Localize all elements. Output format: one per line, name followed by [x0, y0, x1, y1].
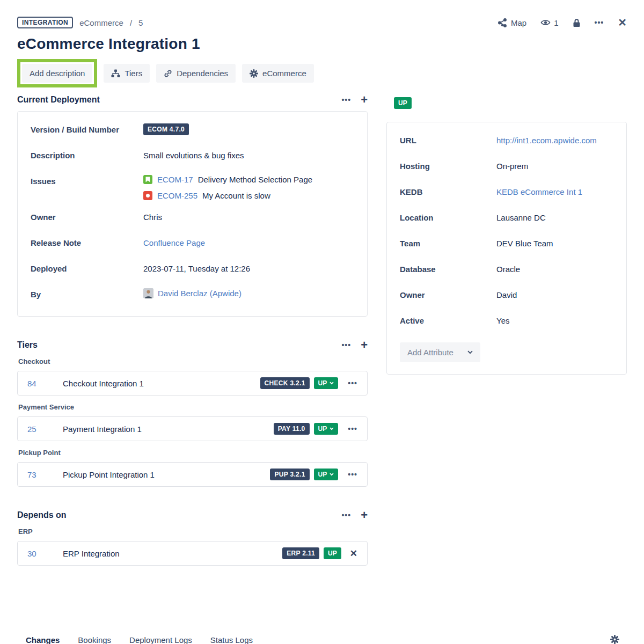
owner-row: Owner Chris	[31, 211, 354, 226]
tabs-settings-gear-icon[interactable]	[610, 635, 619, 644]
tier-status-label: UP	[318, 379, 327, 387]
attribute-row: Database Oracle	[400, 263, 613, 278]
link-icon	[164, 69, 172, 78]
breadcrumb-category[interactable]: eCommerce	[79, 18, 123, 27]
version-row: Version / Build Number ECOM 4.7.0	[31, 123, 354, 138]
dependencies-button[interactable]: Dependencies	[156, 64, 236, 83]
tier-name: Pickup Point Integration 1	[63, 470, 270, 479]
attribute-value: David	[496, 289, 517, 299]
tier-more-icon[interactable]: •••	[348, 425, 357, 433]
attribute-value: Yes	[496, 314, 509, 325]
release-note-label: Release Note	[31, 237, 143, 247]
tiers-add-icon[interactable]: +	[361, 341, 368, 349]
version-label: Version / Build Number	[31, 123, 143, 134]
url-link[interactable]: http://int1.ecom.apwide.com	[496, 134, 597, 145]
attribute-label: Team	[400, 237, 496, 248]
tab-status-logs[interactable]: Status Logs	[210, 634, 253, 644]
dependency-id-link[interactable]: 30	[27, 549, 53, 558]
map-button[interactable]: Map	[497, 18, 526, 27]
attribute-label: URL	[400, 134, 496, 145]
kedb-link[interactable]: KEDB eCommerce Int 1	[496, 186, 582, 196]
tier-row: 73 Pickup Point Integration 1 PUP 3.2.1 …	[17, 462, 368, 487]
attribute-row: Owner David	[400, 289, 613, 304]
issue-key-link[interactable]: ECOM-255	[157, 191, 197, 200]
attribute-label: Owner	[400, 289, 496, 299]
issue-key-link[interactable]: ECOM-17	[157, 175, 193, 184]
add-description-button[interactable]: Add description	[22, 64, 92, 83]
owner-value: Chris	[143, 211, 162, 222]
deployment-add-icon[interactable]: +	[361, 96, 368, 104]
breadcrumb-separator: /	[130, 18, 132, 27]
annotation-highlight: Add description	[17, 59, 97, 87]
tier-name: Payment Integration 1	[63, 425, 274, 434]
lock-button[interactable]	[573, 18, 581, 27]
dependency-category-label: ERP	[18, 528, 368, 536]
close-button[interactable]: ✕	[618, 16, 627, 29]
tier-id-link[interactable]: 25	[27, 425, 53, 434]
more-actions-button[interactable]: •••	[595, 18, 604, 27]
tab-changes[interactable]: Changes	[26, 634, 60, 644]
deployment-more-icon[interactable]: •••	[341, 96, 351, 104]
tiers-more-icon[interactable]: •••	[341, 341, 351, 349]
close-icon: ✕	[618, 16, 627, 29]
add-attribute-select[interactable]: Add Attribute	[400, 342, 480, 362]
description-label: Description	[31, 149, 143, 160]
lock-icon	[573, 18, 581, 27]
attribute-row: Location Lausanne DC	[400, 211, 613, 226]
dependency-row: 30 ERP Integration ERP 2.11 UP ✕	[17, 541, 368, 566]
description-row: Description Small evolutions & bug fixes	[31, 149, 354, 164]
tier-status-badge[interactable]: UP	[314, 423, 339, 435]
tab-deployment-logs[interactable]: Deployment Logs	[129, 634, 192, 644]
issue-item: ECOM-255 My Account is slow	[143, 191, 312, 200]
dependency-name: ERP Integration	[63, 549, 282, 558]
environment-status-label: UP	[398, 99, 407, 107]
tier-id-link[interactable]: 84	[27, 379, 53, 388]
attributes-card: URL http://int1.ecom.apwide.com Hosting …	[386, 122, 627, 375]
tab-bookings[interactable]: Bookings	[78, 634, 111, 644]
issue-item: ECOM-17 Delivery Method Selection Page	[143, 175, 312, 184]
deployed-label: Deployed	[31, 262, 143, 273]
tier-status-label: UP	[318, 425, 327, 433]
deployed-by-link[interactable]: David Berclaz (Apwide)	[158, 289, 241, 298]
attribute-value: On-prem	[496, 160, 528, 171]
tier-status-badge[interactable]: UP	[314, 469, 339, 480]
depends-on-more-icon[interactable]: •••	[341, 511, 351, 519]
remove-dependency-icon[interactable]: ✕	[350, 548, 357, 559]
ecommerce-button-label: eCommerce	[262, 69, 306, 78]
watchers-button[interactable]: 1	[540, 18, 558, 27]
ecommerce-category-button[interactable]: eCommerce	[242, 64, 314, 83]
tiers-button[interactable]: Tiers	[104, 64, 150, 83]
chevron-down-icon	[330, 427, 334, 430]
tier-version-badge[interactable]: PUP 3.2.1	[270, 469, 309, 480]
tier-more-icon[interactable]: •••	[348, 470, 357, 479]
attribute-row: URL http://int1.ecom.apwide.com	[400, 134, 613, 149]
environment-type-badge: INTEGRATION	[17, 17, 73, 28]
tier-status-badge[interactable]: UP	[314, 377, 339, 389]
release-note-row: Release Note Confluence Page	[31, 237, 354, 252]
tier-status-label: UP	[318, 471, 327, 478]
depends-on-add-icon[interactable]: +	[361, 511, 368, 519]
attribute-value: Lausanne DC	[496, 211, 546, 222]
page-title: eCommerce Integration 1	[17, 35, 627, 53]
dependencies-button-label: Dependencies	[177, 69, 228, 78]
attribute-row: Active Yes	[400, 314, 613, 330]
attribute-value: Oracle	[496, 263, 520, 274]
tier-category-label: Pickup Point	[18, 449, 368, 457]
tier-version-badge[interactable]: CHECK 3.2.1	[260, 377, 310, 389]
issue-summary: My Account is slow	[202, 191, 270, 200]
current-deployment-header: Current Deployment ••• +	[17, 95, 368, 105]
release-note-link[interactable]: Confluence Page	[143, 237, 205, 247]
environment-status-badge[interactable]: UP	[394, 97, 412, 109]
chevron-down-icon	[330, 382, 334, 385]
tier-id-link[interactable]: 73	[27, 470, 53, 479]
tier-more-icon[interactable]: •••	[348, 379, 357, 387]
attributes-column: UP URL http://int1.ecom.apwide.com Hosti…	[386, 95, 627, 375]
dependency-version-badge[interactable]: ERP 2.11	[282, 547, 319, 559]
gear-icon	[250, 69, 258, 78]
version-badge[interactable]: ECOM 4.7.0	[143, 123, 189, 135]
deployed-by-label: By	[31, 288, 143, 299]
tier-version-badge[interactable]: PAY 11.0	[274, 423, 310, 435]
depends-on-title: Depends on	[17, 510, 67, 520]
breadcrumb-count[interactable]: 5	[138, 18, 143, 27]
top-actions: Map 1 •••	[497, 16, 627, 29]
